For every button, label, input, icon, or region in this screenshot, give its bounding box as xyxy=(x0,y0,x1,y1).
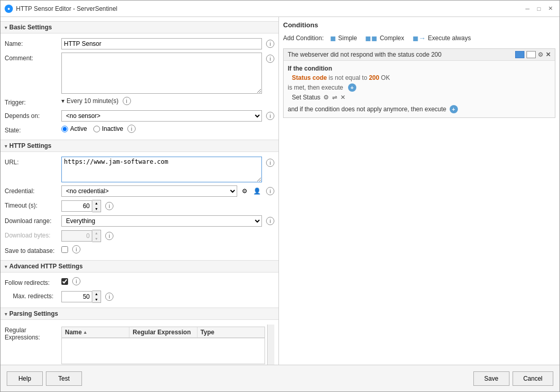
credential-info-icon[interactable]: i xyxy=(266,187,274,195)
card-white-box-icon[interactable] xyxy=(526,51,536,58)
status-ok-text: OK xyxy=(381,74,390,81)
is-met-line: is met, then execute + xyxy=(288,83,551,92)
simple-label: Simple xyxy=(338,35,357,42)
maximize-button[interactable]: □ xyxy=(534,4,544,14)
state-inactive-radio[interactable] xyxy=(93,126,100,132)
timeout-info-icon[interactable]: i xyxy=(105,202,113,210)
download-bytes-info-icon[interactable]: i xyxy=(105,232,113,240)
minimize-button[interactable]: ─ xyxy=(522,4,533,14)
timeout-control: ▲ ▼ i xyxy=(61,200,274,212)
state-inactive-text: Inactive xyxy=(102,125,123,132)
and-if-line: and if the condition does not apply anym… xyxy=(288,103,551,113)
depends-on-select[interactable]: <no sensor> xyxy=(61,110,262,122)
credential-select[interactable]: <no credential> xyxy=(61,185,237,197)
save-to-db-checkbox[interactable] xyxy=(61,246,68,253)
url-info-icon[interactable]: i xyxy=(266,159,274,167)
timeout-up-button[interactable]: ▲ xyxy=(92,200,101,206)
card-gear-icon[interactable]: ⚙ xyxy=(538,51,543,58)
regex-control: Name ▲ Regular Expression Type xyxy=(61,325,274,365)
action-link-icon[interactable]: ⇌ xyxy=(332,94,337,101)
trigger-info-icon[interactable]: i xyxy=(123,97,131,105)
comment-info-icon[interactable]: i xyxy=(266,55,274,63)
right-panel: Conditions Add Condition: ◼ Simple ◼◼ Co… xyxy=(279,17,559,365)
advanced-http-settings-header[interactable]: ▾ Advanced HTTP Settings xyxy=(1,260,278,272)
simple-condition-button[interactable]: ◼ Simple xyxy=(328,33,359,43)
save-to-db-info-icon[interactable]: i xyxy=(72,245,80,253)
timeout-spin-buttons: ▲ ▼ xyxy=(92,200,101,212)
col-name-text: Name xyxy=(65,329,82,336)
trigger-label: Trigger: xyxy=(5,97,61,106)
max-redirects-down-button[interactable]: ▼ xyxy=(92,297,101,302)
test-button[interactable]: Test xyxy=(46,371,82,386)
follow-redirects-control: i xyxy=(61,277,274,285)
action-line: Set Status ⚙ ⇌ ✕ xyxy=(288,94,551,101)
follow-redirects-info-icon[interactable]: i xyxy=(72,277,80,285)
action-gear-icon[interactable]: ⚙ xyxy=(323,94,329,101)
max-redirects-control: ▲ ▼ i xyxy=(61,291,274,303)
state-active-radio[interactable] xyxy=(61,126,68,132)
complex-label: Complex xyxy=(380,35,404,42)
col-name[interactable]: Name ▲ xyxy=(62,327,129,337)
if-condition-text: If the condition xyxy=(288,65,551,72)
status-code-text: Status code xyxy=(292,74,327,81)
trigger-value: Every 10 minute(s) xyxy=(67,97,119,105)
download-range-select[interactable]: Everything First bytes Full download xyxy=(61,215,262,227)
title-bar: ● HTTP Sensor Editor - ServerSentinel ─ … xyxy=(1,1,559,17)
complex-condition-button[interactable]: ◼◼ Complex xyxy=(363,33,406,43)
timeout-input[interactable] xyxy=(61,200,92,212)
state-inactive-label[interactable]: Inactive xyxy=(93,125,123,132)
card-blue-box-icon[interactable] xyxy=(515,51,524,58)
parsing-settings-header[interactable]: ▾ Parsing Settings xyxy=(1,308,278,320)
max-redirects-spin-buttons: ▲ ▼ xyxy=(92,291,101,303)
advanced-settings-title: Advanced HTTP Settings xyxy=(9,263,83,270)
col-type[interactable]: Type xyxy=(197,327,265,337)
http-settings-section: URL: https://www.jam-software.com i Cred… xyxy=(1,152,278,260)
trigger-display[interactable]: ▾ Every 10 minute(s) xyxy=(61,97,119,105)
card-close-icon[interactable]: ✕ xyxy=(546,51,551,58)
name-info-icon[interactable]: i xyxy=(266,40,274,48)
state-info-icon[interactable]: i xyxy=(127,125,136,133)
timeout-down-button[interactable]: ▼ xyxy=(92,206,101,212)
regex-scrollbar[interactable] xyxy=(267,325,274,365)
execute-icon: ◼→ xyxy=(413,34,426,42)
trigger-arrow-icon: ▾ xyxy=(61,97,64,105)
is-met-text: is met, then execute xyxy=(288,84,343,91)
execute-always-button[interactable]: ◼→ Execute always xyxy=(410,33,473,43)
left-panel: ▾ Basic Settings Name: i Comment: xyxy=(1,17,279,365)
action-remove-icon[interactable]: ✕ xyxy=(340,94,345,101)
credential-person-icon[interactable]: 👤 xyxy=(252,186,262,196)
save-button[interactable]: Save xyxy=(473,371,509,386)
help-button[interactable]: Help xyxy=(7,371,43,386)
bottom-bar: Help Test Save Cancel xyxy=(1,365,559,391)
cancel-button[interactable]: Cancel xyxy=(513,371,553,386)
max-redirects-info-icon[interactable]: i xyxy=(105,293,113,301)
add-action-button[interactable]: + xyxy=(348,83,356,92)
status-not-equal-text: is not equal to xyxy=(328,74,369,81)
comment-control: i xyxy=(61,53,274,94)
state-control: Active Inactive i xyxy=(61,125,274,133)
max-redirects-up-button[interactable]: ▲ xyxy=(92,291,101,297)
collapse-icon: ▾ xyxy=(5,25,7,30)
basic-settings-header[interactable]: ▾ Basic Settings xyxy=(1,21,278,33)
add-and-if-action-button[interactable]: + xyxy=(450,105,458,113)
name-input[interactable] xyxy=(61,38,262,49)
comment-textarea[interactable] xyxy=(61,53,262,94)
credential-gear-icon[interactable]: ⚙ xyxy=(239,186,250,196)
url-textarea[interactable]: https://www.jam-software.com xyxy=(61,157,262,182)
save-to-db-control: i xyxy=(61,245,274,253)
url-label: URL: xyxy=(5,157,61,166)
download-range-info-icon[interactable]: i xyxy=(266,217,274,225)
window-title: HTTP Sensor Editor - ServerSentinel xyxy=(16,5,118,12)
parsing-collapse-icon: ▾ xyxy=(5,311,7,317)
state-active-label[interactable]: Active xyxy=(61,125,87,132)
col-type-text: Type xyxy=(201,329,215,336)
and-if-text: and if the condition does not apply anym… xyxy=(288,106,447,113)
col-regex[interactable]: Regular Expression xyxy=(129,327,197,337)
close-button[interactable]: ✕ xyxy=(545,4,555,14)
advanced-http-settings-section: Follow redirects: i Max. redirects: ▲ xyxy=(1,272,278,308)
download-range-label: Download range: xyxy=(5,215,61,225)
depends-on-info-icon[interactable]: i xyxy=(266,112,274,120)
max-redirects-input[interactable] xyxy=(61,291,92,302)
follow-redirects-checkbox[interactable] xyxy=(61,278,68,285)
http-settings-header[interactable]: ▾ HTTP Settings xyxy=(1,140,278,152)
